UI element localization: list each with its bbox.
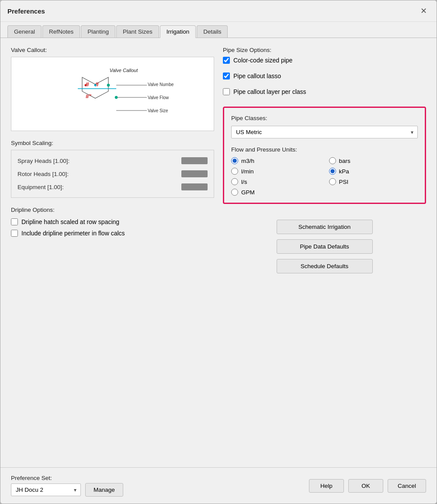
- equipment-label: Equipment [1.00]:: [17, 184, 181, 190]
- svg-text:Valve Number: Valve Number: [148, 82, 174, 87]
- spray-heads-label: Spray Heads [1.00]:: [17, 158, 181, 164]
- preference-set-wrap: Preference Set: JH Docu 2 ▾ Manage: [11, 475, 123, 497]
- valve-callout-diagram: Valve Callout Valve Number Valve Flow Va…: [52, 63, 174, 124]
- svg-text:Valve Flow: Valve Flow: [148, 95, 169, 100]
- tab-bar: General RefNotes Planting Plant Sizes Ir…: [0, 22, 437, 38]
- preferences-dialog: Preferences ✕ General RefNotes Planting …: [0, 0, 437, 504]
- pipe-classes-box: Pipe Classes: US Metric US Imperial Metr…: [223, 107, 426, 204]
- pipe-size-label: Pipe Size Options:: [223, 47, 426, 53]
- action-buttons: Schematic Irrigation Pipe Data Defaults …: [223, 220, 426, 273]
- rotor-heads-row: Rotor Heads [1.00]:: [17, 170, 208, 177]
- valve-callout-box: Valve Callout Valve Number Valve Flow Va…: [11, 57, 214, 131]
- dripline-perimeter-label: Include dripline perimeter in flow calcs: [21, 230, 125, 237]
- flow-lmin-row[interactable]: l/min: [231, 168, 320, 175]
- cancel-button[interactable]: Cancel: [388, 479, 426, 493]
- pipe-size-section: Pipe Size Options: Color-code sized pipe…: [223, 47, 426, 100]
- tab-details[interactable]: Details: [197, 25, 228, 38]
- pref-set-label: Preference Set:: [11, 475, 123, 481]
- valve-callout-section: Valve Callout: Valve Callout Valve Numbe…: [11, 47, 214, 131]
- flow-lmin-label: l/min: [241, 168, 254, 175]
- pipe-callout-lasso-label: Pipe callout lasso: [233, 72, 281, 79]
- title-bar: Preferences ✕: [0, 0, 437, 22]
- help-button[interactable]: Help: [309, 479, 344, 493]
- main-content: Valve Callout: Valve Callout Valve Numbe…: [0, 38, 437, 467]
- color-code-checkbox[interactable]: [223, 57, 230, 64]
- pressure-psi-row[interactable]: PSI: [329, 178, 418, 185]
- tab-irrigation[interactable]: Irrigation: [160, 25, 196, 38]
- equipment-slider[interactable]: [181, 183, 208, 190]
- pref-set-select[interactable]: JH Docu 2: [11, 483, 81, 496]
- ok-button[interactable]: OK: [348, 479, 383, 493]
- pipe-size-group: Color-code sized pipe Pipe callout lasso…: [223, 57, 426, 100]
- svg-point-14: [84, 84, 87, 86]
- pressure-psi-radio[interactable]: [329, 178, 336, 185]
- close-button[interactable]: ✕: [417, 5, 430, 17]
- dripline-perimeter-checkbox[interactable]: [11, 230, 18, 237]
- symbol-scaling-label: Symbol Scaling:: [11, 140, 214, 146]
- equipment-row: Equipment [1.00]:: [17, 183, 208, 190]
- schematic-irrigation-button[interactable]: Schematic Irrigation: [277, 220, 373, 234]
- dialog-buttons: Help OK Cancel: [309, 479, 426, 493]
- pipe-classes-label: Pipe Classes:: [231, 115, 418, 121]
- flow-pressure-label: Flow and Pressure Units:: [231, 146, 418, 153]
- valve-callout-label: Valve Callout:: [11, 47, 214, 53]
- dripline-label: Dripline Options:: [11, 207, 214, 213]
- preference-set-group: Preference Set: JH Docu 2 ▾ Manage: [11, 475, 123, 497]
- flow-lmin-radio[interactable]: [231, 168, 238, 175]
- dialog-title: Preferences: [7, 7, 45, 15]
- pipe-callout-layer-row[interactable]: Pipe callout layer per class: [223, 88, 426, 95]
- pipe-classes-select[interactable]: US Metric US Imperial Metric: [231, 126, 418, 138]
- flow-m3h-radio[interactable]: [231, 157, 238, 164]
- flow-gpm-radio[interactable]: [231, 189, 238, 196]
- pressure-options-col: bars kPa PSI: [329, 157, 418, 196]
- pipe-callout-lasso-row[interactable]: Pipe callout lasso: [223, 72, 426, 79]
- svg-text:Valve Size: Valve Size: [148, 108, 168, 113]
- pipe-callout-layer-checkbox[interactable]: [223, 88, 230, 95]
- dripline-hatch-row[interactable]: Dripline hatch scaled at row spacing: [11, 218, 214, 225]
- flow-ls-row[interactable]: l/s: [231, 178, 320, 185]
- tab-refnotes[interactable]: RefNotes: [42, 25, 80, 38]
- dripline-group: Dripline hatch scaled at row spacing Inc…: [11, 217, 214, 243]
- svg-point-15: [94, 84, 96, 86]
- symbol-scaling-section: Symbol Scaling: Spray Heads [1.00]: Roto…: [11, 140, 214, 198]
- flow-gpm-row[interactable]: GPM: [231, 189, 320, 196]
- spray-heads-slider[interactable]: [181, 157, 208, 164]
- pressure-kpa-radio[interactable]: [329, 168, 336, 175]
- color-code-label: Color-code sized pipe: [233, 57, 292, 64]
- pressure-bars-label: bars: [339, 158, 350, 164]
- tab-planting[interactable]: Planting: [81, 25, 115, 38]
- tab-plant-sizes[interactable]: Plant Sizes: [116, 25, 159, 38]
- rotor-heads-slider[interactable]: [181, 170, 208, 177]
- pressure-kpa-row[interactable]: kPa: [329, 168, 418, 175]
- dripline-perimeter-row[interactable]: Include dripline perimeter in flow calcs: [11, 230, 214, 237]
- pressure-bars-radio[interactable]: [329, 157, 336, 164]
- flow-m3h-label: m3/h: [241, 158, 254, 164]
- pressure-bars-row[interactable]: bars: [329, 157, 418, 164]
- dripline-section: Dripline Options: Dripline hatch scaled …: [11, 207, 214, 243]
- pipe-callout-lasso-checkbox[interactable]: [223, 72, 230, 79]
- pressure-kpa-label: kPa: [339, 168, 349, 175]
- svg-point-9: [107, 84, 110, 86]
- flow-m3h-row[interactable]: m3/h: [231, 157, 320, 164]
- left-column: Valve Callout: Valve Callout Valve Numbe…: [11, 47, 214, 459]
- flow-ls-radio[interactable]: [231, 178, 238, 185]
- flow-options-col: m3/h l/min l/s: [231, 157, 320, 196]
- flow-pressure-grid: m3/h l/min l/s: [231, 157, 418, 196]
- pipe-classes-select-wrap: US Metric US Imperial Metric ▾: [231, 126, 418, 138]
- schedule-defaults-button[interactable]: Schedule Defaults: [277, 259, 373, 273]
- svg-text:Valve Callout: Valve Callout: [109, 68, 138, 73]
- flow-ls-label: l/s: [241, 179, 247, 185]
- bottom-bar: Preference Set: JH Docu 2 ▾ Manage Help …: [0, 467, 437, 504]
- pipe-data-defaults-button[interactable]: Pipe Data Defaults: [277, 239, 373, 254]
- color-code-row[interactable]: Color-code sized pipe: [223, 57, 426, 64]
- right-column: Pipe Size Options: Color-code sized pipe…: [223, 47, 426, 459]
- svg-point-10: [115, 96, 118, 99]
- spray-heads-row: Spray Heads [1.00]:: [17, 157, 208, 164]
- tab-general[interactable]: General: [7, 25, 42, 38]
- content-grid: Valve Callout: Valve Callout Valve Numbe…: [11, 47, 426, 459]
- dripline-hatch-checkbox[interactable]: [11, 218, 18, 225]
- symbol-scaling-group: Spray Heads [1.00]: Rotor Heads [1.00]: …: [11, 150, 214, 198]
- pipe-callout-layer-label: Pipe callout layer per class: [233, 88, 306, 95]
- dripline-hatch-label: Dripline hatch scaled at row spacing: [21, 218, 119, 225]
- manage-button[interactable]: Manage: [85, 483, 123, 497]
